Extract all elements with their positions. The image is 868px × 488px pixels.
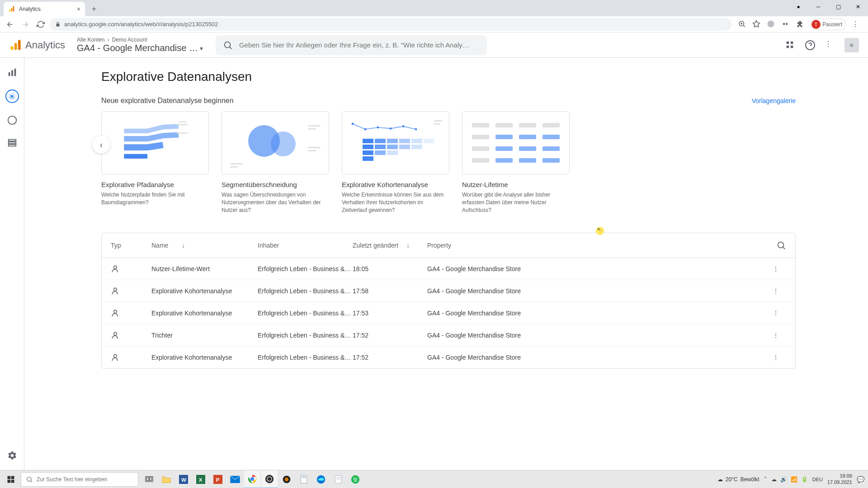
star-icon[interactable]: [752, 20, 761, 29]
sort-arrow-icon: ↓: [182, 242, 185, 249]
row-menu-icon[interactable]: ⋮: [773, 354, 786, 361]
minimize-button[interactable]: ─: [808, 0, 828, 14]
svg-point-10: [225, 42, 231, 47]
svg-rect-1: [11, 8, 13, 11]
row-property: GA4 - Google Merchandise Store: [427, 287, 540, 295]
explorations-table: Typ Name↓ Inhaber Zuletzt geändert↓ Prop…: [101, 233, 796, 369]
table-row[interactable]: Nutzer-Lifetime-Wert Erfolgreich Leben -…: [102, 258, 795, 280]
browser-toolbar: analytics.google.com/analytics/web/#/ana…: [0, 16, 868, 33]
account-avatar-icon[interactable]: ⊞: [844, 38, 859, 52]
globe-icon[interactable]: [767, 20, 776, 29]
header-menu-icon[interactable]: ⋮: [825, 40, 835, 51]
template-desc: Worüber gibt die Analyse aller bisher er…: [462, 191, 570, 214]
table-row[interactable]: Explorative Kohortenanalyse Erfolgreich …: [102, 347, 795, 368]
row-name: Explorative Kohortenanalyse: [151, 354, 258, 361]
row-menu-icon[interactable]: ⋮: [773, 332, 786, 339]
row-menu-icon[interactable]: ⋮: [773, 265, 786, 272]
search-box[interactable]: [216, 35, 487, 55]
row-modified: 17:52: [353, 354, 427, 361]
template-cohort-exploration[interactable]: Explorative Kohortenanalyse Welche Erken…: [342, 111, 449, 214]
search-input[interactable]: [239, 41, 480, 49]
row-menu-icon[interactable]: ⋮: [773, 310, 786, 317]
close-tab-icon[interactable]: ×: [77, 5, 80, 13]
extension-icon[interactable]: [781, 20, 790, 29]
table-search-icon[interactable]: [776, 240, 786, 250]
forward-button[interactable]: [19, 18, 32, 31]
nav-configure-icon[interactable]: [7, 137, 18, 148]
table-row[interactable]: Trichter Erfolgreich Leben - Business & …: [102, 324, 795, 347]
row-property: GA4 - Google Merchandise Store: [427, 354, 540, 361]
col-owner[interactable]: Inhaber: [258, 242, 353, 249]
col-modified[interactable]: Zuletzt geändert↓: [353, 242, 427, 249]
col-property[interactable]: Property: [427, 242, 540, 249]
row-property: GA4 - Google Merchandise Store: [427, 332, 540, 339]
row-menu-icon[interactable]: ⋮: [773, 287, 786, 295]
url-text: analytics.google.com/analytics/web/#/ana…: [64, 21, 218, 28]
row-property: GA4 - Google Merchandise Store: [427, 265, 540, 272]
analytics-logo[interactable]: Analytics: [9, 39, 65, 52]
app-header: Analytics Alle Konten › Demo Account GA4…: [0, 33, 868, 58]
row-name: Trichter: [151, 332, 258, 339]
template-title: Nutzer-Lifetime: [462, 181, 570, 188]
template-gallery-link[interactable]: Vorlagengalerie: [752, 97, 796, 104]
row-owner: Erfolgreich Leben - Business & I…: [258, 332, 353, 339]
template-title: Segmentüberschneidung: [222, 181, 329, 188]
svg-rect-9: [18, 40, 21, 50]
section-subtitle: Neue explorative Datenanalyse beginnen: [101, 97, 234, 105]
scroll-left-button[interactable]: ‹: [92, 136, 110, 154]
maximize-button[interactable]: ▢: [828, 0, 848, 14]
back-button[interactable]: [4, 18, 16, 31]
svg-rect-25: [179, 122, 186, 123]
person-icon: [111, 286, 151, 296]
table-header: Typ Name↓ Inhaber Zuletzt geändert↓ Prop…: [102, 233, 795, 258]
template-segment-overlap[interactable]: Segmentüberschneidung Was sagen Überschn…: [222, 111, 329, 214]
logo-text: Analytics: [25, 39, 65, 51]
profile-chip[interactable]: T Pausiert: [810, 19, 846, 30]
template-user-lifetime[interactable]: Nutzer-Lifetime Worüber gibt die Analyse…: [462, 111, 570, 214]
apps-grid-icon[interactable]: [785, 40, 796, 51]
template-row: ‹ Explorative Pfadanalyse Welche Nutzerp…: [101, 111, 796, 214]
svg-point-36: [114, 333, 117, 336]
venn-thumb: [222, 111, 329, 174]
puzzle-icon[interactable]: [796, 20, 805, 29]
browser-tab[interactable]: Analytics ×: [4, 2, 85, 16]
row-name: Explorative Kohortenanalyse: [151, 310, 258, 317]
indicator-icon[interactable]: ●: [788, 0, 808, 14]
nav-advertising-icon[interactable]: [7, 115, 18, 126]
path-thumb: [101, 111, 209, 174]
zoom-icon[interactable]: [738, 20, 747, 29]
breadcrumb-account: Demo Account: [112, 37, 147, 43]
nav-explore-icon[interactable]: [5, 89, 19, 103]
person-icon: [111, 353, 151, 362]
property-name: GA4 - Google Merchandise …: [77, 43, 198, 53]
col-name[interactable]: Name↓: [151, 242, 258, 249]
account-selector[interactable]: Alle Konten › Demo Account GA4 - Google …: [77, 37, 203, 53]
nav-settings-icon[interactable]: [7, 450, 18, 461]
table-row[interactable]: Explorative Kohortenanalyse Erfolgreich …: [102, 302, 795, 324]
svg-point-27: [364, 128, 367, 131]
left-nav: [0, 58, 24, 470]
row-modified: 17:53: [353, 310, 427, 317]
svg-rect-21: [8, 142, 16, 144]
breadcrumb-root: Alle Konten: [77, 37, 104, 43]
template-desc: Welche Erkenntnisse können Sie aus dem V…: [342, 191, 449, 214]
help-icon[interactable]: [805, 40, 816, 51]
address-bar[interactable]: analytics.google.com/analytics/web/#/ana…: [50, 18, 731, 31]
svg-rect-7: [11, 46, 14, 50]
search-icon: [223, 40, 233, 50]
nav-reports-icon[interactable]: [7, 67, 18, 78]
svg-rect-22: [8, 145, 16, 146]
svg-point-6: [786, 23, 788, 25]
svg-rect-24: [176, 133, 188, 134]
analytics-logo-icon: [9, 39, 22, 52]
chevron-down-icon: ▾: [200, 45, 203, 52]
svg-point-28: [377, 127, 379, 129]
close-window-button[interactable]: ✕: [848, 0, 868, 14]
table-row[interactable]: Explorative Kohortenanalyse Erfolgreich …: [102, 280, 795, 302]
analytics-favicon-icon: [8, 5, 15, 13]
template-path-exploration[interactable]: Explorative Pfadanalyse Welche Nutzerpfa…: [101, 111, 209, 214]
new-tab-button[interactable]: +: [88, 3, 100, 15]
reload-button[interactable]: [34, 18, 47, 31]
browser-menu-icon[interactable]: ⋮: [852, 20, 861, 29]
col-type[interactable]: Typ: [111, 242, 151, 249]
